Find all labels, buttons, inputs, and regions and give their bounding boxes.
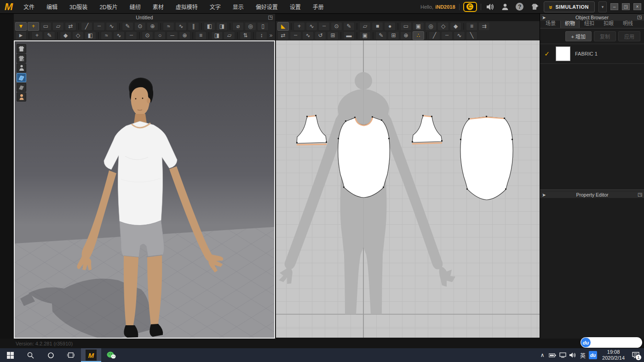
network-icon[interactable] (558, 348, 567, 362)
menu-item[interactable]: 手册 (307, 0, 330, 14)
grade-line-icon[interactable]: ╱ (429, 31, 440, 40)
property-editor-header[interactable]: ➤ Property Editor ◳ (540, 191, 644, 198)
popout-icon[interactable]: ◳ (637, 14, 642, 20)
dart-icon[interactable]: ◇ (437, 22, 449, 31)
seam-shape-icon[interactable]: ◆ (450, 22, 461, 31)
add-fabric-button[interactable]: + 增加 (565, 31, 592, 41)
rectangle-icon[interactable]: ■ (372, 22, 383, 31)
pin-icon[interactable]: ➤ (542, 192, 546, 198)
edit-pattern-icon[interactable]: + (293, 22, 305, 31)
popout-icon[interactable]: ◳ (268, 14, 273, 20)
account-button[interactable] (500, 2, 511, 12)
clo-cloud-button[interactable]: C (463, 2, 477, 12)
show-fabric-alt-toggle[interactable] (17, 83, 26, 92)
task-view-button[interactable] (61, 348, 81, 362)
flip-arrangement-icon[interactable]: ◨ (216, 22, 228, 31)
arrange-point-icon[interactable]: ◆ (60, 31, 71, 40)
help-button[interactable]: ? (514, 2, 525, 12)
simulation-dropdown[interactable]: ▾ (598, 1, 607, 12)
apply-fabric-button[interactable]: 应用 (618, 31, 640, 41)
sidebar-tab-modular-configurator[interactable] (0, 47, 14, 58)
stitch-free-2d-icon[interactable]: ⊞ (388, 31, 399, 40)
trace-icon[interactable]: ⊞ (327, 31, 339, 40)
box-select-icon[interactable]: ▭ (40, 22, 52, 31)
pin-icon[interactable]: ╱ (81, 22, 92, 31)
menu-item[interactable]: 文字 (204, 0, 227, 14)
object-browser-header[interactable]: ➤ Object Browser ◳ (540, 14, 644, 21)
battery-icon[interactable] (548, 348, 557, 362)
circumference-measure-icon[interactable]: ◎ (245, 22, 256, 31)
search-button[interactable] (20, 348, 40, 362)
show-stitch-points-icon[interactable]: ∴ (413, 31, 424, 40)
pen-polygon-icon[interactable]: ✎ (343, 22, 355, 31)
attach-to-avatar-icon[interactable]: ⊕ (147, 22, 158, 31)
baidu-ime-logo[interactable]: du (581, 338, 591, 347)
menu-item[interactable]: 编辑 (40, 0, 63, 14)
sound-button[interactable] (485, 2, 496, 12)
popout-icon[interactable]: ◳ (638, 192, 642, 197)
close-button[interactable]: × (633, 3, 641, 10)
edit-curvature-icon[interactable]: ∿ (306, 22, 317, 31)
edit-curve-point-icon[interactable]: ┄ (318, 22, 330, 31)
show-fabric-toggle[interactable] (17, 73, 26, 82)
edit-pose-icon[interactable]: ✎ (44, 31, 55, 40)
menu-item[interactable]: 设置 (284, 0, 307, 14)
copy-pattern-icon[interactable]: ⇄ (277, 31, 289, 40)
symmetric-pattern-icon[interactable]: ↺ (315, 31, 326, 40)
pattern-back[interactable] (460, 116, 513, 200)
menu-item[interactable]: 2D板片 (93, 0, 123, 14)
show-garment-style-toggle[interactable] (17, 54, 26, 63)
grade-dotted-icon[interactable]: ┄ (441, 31, 453, 40)
curve-copy-icon[interactable]: ∿ (302, 31, 314, 40)
toolbar-overflow-icon[interactable]: » (268, 31, 274, 40)
tray-baidu-badge[interactable]: du (588, 348, 598, 362)
taskbar-clock[interactable]: 19:08 2020/2/14 (598, 349, 628, 361)
volume-icon[interactable] (568, 348, 577, 362)
select-pose-icon[interactable]: + (31, 31, 43, 40)
new-garment-button[interactable] (529, 2, 540, 12)
menu-item[interactable]: 3D服装 (63, 0, 93, 14)
wrinkle-icon[interactable]: ↕ (256, 31, 267, 40)
curve-pin-icon[interactable]: ∿ (106, 22, 117, 31)
push-pin-icon[interactable]: ⊙ (134, 22, 146, 31)
inner-circle-icon[interactable]: ◎ (425, 22, 437, 31)
show-avatar-skin-toggle[interactable] (17, 92, 26, 102)
pose-walk-icon[interactable]: ► (15, 31, 27, 40)
seam-iron-icon[interactable]: ▬ (343, 31, 355, 40)
copy-fabric-button[interactable]: 复制 (594, 31, 616, 41)
tray-ime-lang[interactable]: 英 (578, 348, 587, 362)
transform-pattern-icon[interactable]: ◣ (277, 22, 289, 31)
pleat-icon[interactable]: ⇅ (240, 31, 251, 40)
lasso-select-icon[interactable]: ▱ (52, 22, 64, 31)
select-move-icon[interactable]: + (28, 22, 39, 31)
pattern-canvas-2d[interactable] (276, 40, 540, 338)
menu-item[interactable]: 素材 (147, 0, 170, 14)
add-point-icon[interactable]: ⊙ (331, 22, 342, 31)
menu-item[interactable]: 显示 (227, 0, 250, 14)
grade-wave-icon[interactable]: ∿ (454, 31, 465, 40)
pleats-icon[interactable]: ≡ (466, 22, 477, 31)
fabric-panel-a-icon[interactable]: ◨ (211, 31, 223, 40)
app-logo[interactable]: M (0, 0, 17, 14)
pattern-right-sleeve[interactable] (412, 115, 443, 144)
button-lock-icon[interactable]: ⊕ (179, 31, 190, 40)
tape-measure-icon[interactable]: ⌀ (232, 22, 244, 31)
menu-item[interactable]: 偏好设置 (250, 0, 284, 14)
stitch-free-icon[interactable]: ∿ (113, 31, 125, 40)
show-garment-toggle[interactable] (17, 44, 26, 53)
curve-sewing-icon[interactable]: ∿ (175, 22, 187, 31)
sidebar-tab-history[interactable] (0, 32, 14, 43)
panel-resize-handle[interactable] (540, 189, 644, 191)
cortana-button[interactable] (40, 348, 61, 362)
fabric-list-item[interactable]: ✓ FABRIC 1 (540, 44, 644, 64)
arrange-curve-icon[interactable]: ◇ (72, 31, 84, 40)
transfer-pattern-icon[interactable]: ⇄ (65, 22, 76, 31)
inner-rectangle-icon[interactable]: ▣ (413, 22, 424, 31)
taskbar-app-marvelous[interactable]: M (81, 348, 101, 362)
circle-icon[interactable]: ● (384, 22, 396, 31)
menu-item[interactable]: 文件 (17, 0, 40, 14)
grade-slash-icon[interactable]: ╲ (466, 31, 477, 40)
fabric-panel-b-icon[interactable]: ▱ (224, 31, 235, 40)
fold-arrangement-icon[interactable]: ◧ (204, 22, 215, 31)
inner-polygon-icon[interactable]: ▭ (400, 22, 412, 31)
